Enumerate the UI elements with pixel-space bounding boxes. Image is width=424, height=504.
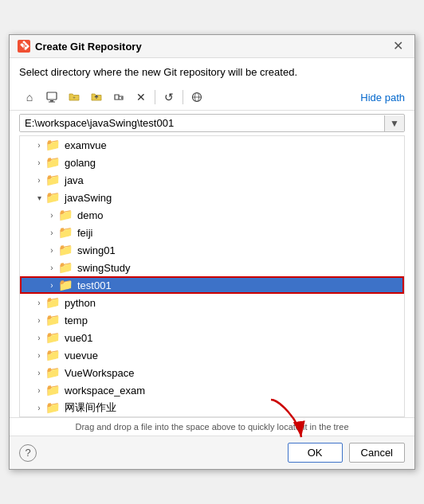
folder-icon: 📁 bbox=[45, 190, 61, 205]
tree-item[interactable]: › 📁 test001 bbox=[20, 276, 404, 294]
tree-item[interactable]: › 📁 swing01 bbox=[20, 241, 404, 259]
folder-up-btn[interactable] bbox=[86, 88, 107, 107]
svg-rect-2 bbox=[50, 100, 53, 102]
folder-icon: 📁 bbox=[58, 243, 73, 257]
tree-item-label: temp bbox=[65, 315, 88, 326]
tree-item-label: swing01 bbox=[77, 244, 116, 256]
folder-icon: 📁 bbox=[58, 225, 73, 240]
tree-item-label: test001 bbox=[77, 279, 112, 291]
tree-item-label: 网课间作业 bbox=[65, 400, 116, 415]
tree-item[interactable]: › 📁 workspace_exam bbox=[20, 381, 404, 399]
ok-button[interactable]: OK bbox=[288, 443, 343, 463]
tree-item-label: workspace_exam bbox=[65, 385, 145, 397]
git-icon bbox=[18, 40, 30, 53]
expand-arrow: ▾ bbox=[33, 193, 45, 202]
drag-hint-text: Drag and drop a file into the space abov… bbox=[10, 417, 414, 436]
toolbar: ⌂ + ✕ ↺ Hide path bbox=[10, 84, 414, 111]
expand-arrow: › bbox=[45, 281, 58, 290]
expand-arrow: › bbox=[45, 246, 58, 255]
folder-icon: 📁 bbox=[45, 400, 61, 415]
tree-item-label: golang bbox=[65, 157, 96, 169]
dialog-footer: ? OK Cancel bbox=[10, 436, 414, 469]
expand-arrow: › bbox=[33, 369, 45, 377]
tree-item[interactable]: ▾ 📁 javaSwing bbox=[20, 189, 404, 206]
tree-item[interactable]: › 📁 temp bbox=[20, 311, 404, 329]
drag-hint-area: Drag and drop a file into the space abov… bbox=[10, 417, 414, 436]
folder-icon: 📁 bbox=[45, 138, 61, 152]
tree-item-label: java bbox=[65, 174, 84, 186]
folder-up-icon bbox=[91, 92, 102, 103]
refresh-btn[interactable]: ↺ bbox=[159, 88, 179, 107]
footer-buttons: OK Cancel bbox=[288, 443, 405, 463]
path-input[interactable] bbox=[20, 115, 384, 131]
home-btn[interactable]: ⌂ bbox=[19, 88, 40, 107]
tree-item-label: python bbox=[65, 297, 96, 309]
expand-arrow: › bbox=[33, 299, 45, 307]
expand-arrow: › bbox=[33, 386, 45, 395]
move-btn[interactable] bbox=[108, 88, 129, 107]
tree-item-label: swingStudy bbox=[77, 262, 130, 274]
folder-icon: 📁 bbox=[45, 330, 61, 345]
folder-icon: 📁 bbox=[45, 365, 61, 380]
expand-arrow: › bbox=[33, 158, 45, 167]
svg-rect-3 bbox=[49, 102, 55, 103]
tree-item[interactable]: › 📁 golang bbox=[20, 154, 404, 171]
folder-icon: 📁 bbox=[45, 383, 61, 397]
expand-arrow: › bbox=[33, 176, 45, 185]
path-dropdown-btn[interactable]: ▼ bbox=[384, 115, 404, 131]
expand-arrow: › bbox=[33, 334, 45, 342]
file-tree[interactable]: › 📁 examvue › 📁 golang › 📁 java ▾ 📁 java… bbox=[19, 135, 405, 417]
expand-arrow: › bbox=[45, 264, 58, 272]
dialog-title: Create Git Repository bbox=[35, 41, 142, 53]
help-button[interactable]: ? bbox=[19, 444, 37, 462]
tree-item-label: feiji bbox=[77, 227, 93, 239]
tree-item[interactable]: › 📁 examvue bbox=[20, 136, 404, 154]
svg-text:+: + bbox=[73, 95, 76, 100]
dialog-description: Select directory where the new Git repos… bbox=[10, 58, 414, 84]
path-bar: ▼ bbox=[19, 114, 405, 132]
tree-item-label: javaSwing bbox=[65, 192, 112, 204]
tree-item[interactable]: › 📁 vuevue bbox=[20, 346, 404, 364]
folder-icon: 📁 bbox=[45, 313, 61, 327]
create-git-repository-dialog: Create Git Repository ✕ Select directory… bbox=[9, 34, 415, 470]
title-bar: Create Git Repository ✕ bbox=[10, 35, 414, 58]
folder-create-btn[interactable]: + bbox=[64, 88, 84, 107]
folder-icon: 📁 bbox=[45, 295, 61, 310]
toolbar-separator-2 bbox=[183, 90, 183, 104]
folder-icon: 📁 bbox=[45, 348, 61, 362]
folder-create-icon: + bbox=[69, 92, 80, 103]
expand-arrow: › bbox=[33, 404, 45, 412]
expand-arrow: › bbox=[45, 229, 58, 237]
folder-icon: 📁 bbox=[45, 173, 61, 187]
expand-arrow: › bbox=[33, 141, 45, 150]
hide-path-button[interactable]: Hide path bbox=[360, 92, 405, 104]
folder-icon: 📁 bbox=[58, 208, 73, 222]
folder-icon: 📁 bbox=[58, 260, 73, 275]
title-bar-left: Create Git Repository bbox=[18, 40, 142, 53]
folder-icon: 📁 bbox=[45, 155, 61, 170]
tree-item[interactable]: › 📁 网课间作业 bbox=[20, 399, 404, 416]
tree-item[interactable]: › 📁 vue01 bbox=[20, 329, 404, 346]
desktop-icon bbox=[46, 92, 57, 103]
delete-btn[interactable]: ✕ bbox=[131, 88, 151, 107]
tree-item[interactable]: › 📁 feiji bbox=[20, 224, 404, 241]
expand-arrow: › bbox=[33, 351, 45, 360]
tree-item[interactable]: › 📁 demo bbox=[20, 206, 404, 224]
svg-rect-1 bbox=[47, 92, 57, 100]
tree-item-label: VueWorkspace bbox=[65, 367, 134, 379]
tree-item-label: demo bbox=[77, 209, 104, 221]
close-button[interactable]: ✕ bbox=[390, 40, 406, 53]
toolbar-separator bbox=[155, 90, 155, 104]
tree-item[interactable]: › 📁 java bbox=[20, 171, 404, 189]
network-btn[interactable] bbox=[186, 88, 207, 107]
expand-arrow: › bbox=[33, 316, 45, 325]
tree-item[interactable]: › 📁 VueWorkspace bbox=[20, 364, 404, 381]
expand-arrow: › bbox=[45, 211, 58, 220]
tree-item[interactable]: › 📁 swingStudy bbox=[20, 259, 404, 276]
desktop-btn[interactable] bbox=[41, 88, 62, 107]
tree-item[interactable]: › 📁 python bbox=[20, 294, 404, 311]
network-icon bbox=[191, 92, 202, 103]
folder-icon: 📁 bbox=[58, 278, 73, 292]
cancel-button[interactable]: Cancel bbox=[349, 443, 405, 463]
tree-item-label: vue01 bbox=[65, 332, 92, 344]
